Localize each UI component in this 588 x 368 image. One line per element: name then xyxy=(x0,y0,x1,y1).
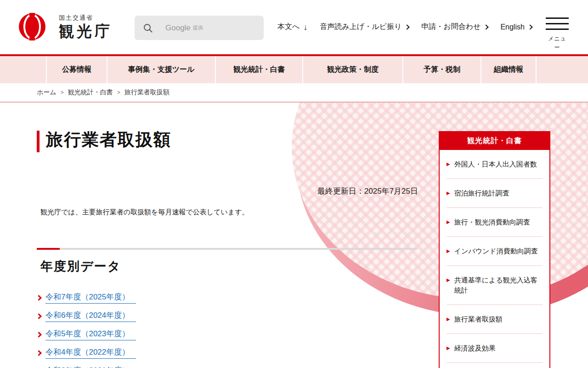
hamburger-menu-label: メニュー xyxy=(548,35,566,51)
ministry-name: 国土交通省 xyxy=(59,14,113,22)
chevron-right-icon xyxy=(36,332,42,338)
utility-nav: 本文へ ↓ 音声読み上げ・ルビ振り 申請・お問合わせ English xyxy=(277,22,532,32)
intro-text: 観光庁では、主要旅行業者の取扱額を毎月速報で公表しています。 xyxy=(40,208,249,217)
english-link[interactable]: English xyxy=(500,23,531,31)
agency-logo-icon xyxy=(18,13,46,40)
page-title: 旅行業者取扱額 xyxy=(46,128,171,151)
section-divider-accent xyxy=(37,248,60,250)
chevron-right-icon xyxy=(36,350,42,356)
sidebar-tourism-statistics: 観光統計・白書 ▶ 外国人・日本人出入国者数 ▶ 宿泊旅行統計調査 ▶ 旅行・観… xyxy=(439,131,550,368)
year-link-2022[interactable]: 令和4年度（2022年度） xyxy=(45,347,136,359)
list-item: 令和5年度（2023年度） xyxy=(37,329,136,340)
agency-name: 観光庁 xyxy=(59,23,113,40)
breadcrumb-current-page: 旅行業者取扱額 xyxy=(124,88,170,97)
breadcrumb-home[interactable]: ホーム xyxy=(37,88,57,97)
site-header: 国土交通省 観光庁 Google 提供 本文へ ↓ 音声読み上げ・ルビ振り 申請… xyxy=(0,0,588,54)
triangle-right-icon: ▶ xyxy=(447,314,450,324)
search-placeholder: Google xyxy=(165,23,191,33)
triangle-right-icon: ▶ xyxy=(447,275,450,295)
breadcrumb-separator: > xyxy=(117,89,120,96)
list-item: 令和6年度（2024年度） xyxy=(37,310,136,322)
nav-item-budget-tax[interactable]: 予算・税制 xyxy=(402,56,481,83)
hamburger-menu-button[interactable]: メニュー xyxy=(546,17,569,52)
nav-item-tourism-policy[interactable]: 観光政策・制度 xyxy=(302,56,402,83)
year-link-2021[interactable]: 令和3年度（2021年度） xyxy=(45,366,136,368)
sidebar-item-label: 旅行業者取扱額 xyxy=(454,314,503,324)
year-link-2024[interactable]: 令和6年度（2024年度） xyxy=(45,310,136,322)
chevron-right-icon xyxy=(527,24,532,29)
hamburger-icon xyxy=(546,17,569,19)
down-arrow-icon: ↓ xyxy=(303,23,307,31)
voice-reading-label: 音声読み上げ・ルビ振り xyxy=(320,22,401,32)
chevron-right-icon xyxy=(405,24,410,29)
sidebar-item-label: 外国人・日本人出入国者数 xyxy=(454,159,537,169)
list-item: 令和7年度（2025年度） xyxy=(37,292,136,303)
list-item: 令和3年度（2021年度） xyxy=(37,366,136,368)
sidebar-item-label: 経済波及効果 xyxy=(454,343,496,353)
triangle-right-icon: ▶ xyxy=(447,343,450,353)
application-contact-label: 申請・お問合わせ xyxy=(421,22,481,32)
sidebar-item-common-standard-statistics[interactable]: ▶ 共通基準による観光入込客統計 xyxy=(447,266,543,305)
triangle-right-icon: ▶ xyxy=(447,188,450,198)
nav-item-tourism-statistics[interactable]: 観光統計・白書 xyxy=(215,56,302,83)
application-contact-link[interactable]: 申請・お問合わせ xyxy=(421,22,488,32)
chevron-right-icon xyxy=(36,313,42,319)
sidebar-title[interactable]: 観光統計・白書 xyxy=(440,132,549,150)
chevron-right-icon xyxy=(36,295,42,301)
sidebar-item-travel-consumption-survey[interactable]: ▶ 旅行・観光消費動向調査 xyxy=(447,208,543,237)
section-divider xyxy=(60,248,417,250)
triangle-right-icon: ▶ xyxy=(447,159,450,169)
page-title-accent-bar xyxy=(37,131,40,152)
triangle-right-icon: ▶ xyxy=(447,217,450,227)
skip-to-content-link[interactable]: 本文へ ↓ xyxy=(277,22,307,32)
search-input[interactable]: Google 提供 xyxy=(135,16,264,40)
breadcrumb-tourism-statistics[interactable]: 観光統計・白書 xyxy=(68,88,113,97)
sidebar-item-label: 宿泊旅行統計調査 xyxy=(454,188,509,198)
year-link-list: 令和7年度（2025年度） 令和6年度（2024年度） 令和5年度（2023年度… xyxy=(37,292,136,368)
sidebar-item-entry-exit-counts[interactable]: ▶ 外国人・日本人出入国者数 xyxy=(447,150,543,179)
agency-logo[interactable]: 国土交通省 観光庁 xyxy=(18,13,113,40)
sidebar-item-accommodation-survey[interactable]: ▶ 宿泊旅行統計調査 xyxy=(447,179,543,208)
sidebar-item-label: 共通基準による観光入込客統計 xyxy=(454,275,543,295)
global-nav: 公募情報 事例集・支援ツール 観光統計・白書 観光政策・制度 予算・税制 組織情… xyxy=(0,56,588,83)
year-link-2023[interactable]: 令和5年度（2023年度） xyxy=(45,329,136,340)
hamburger-icon xyxy=(546,23,569,24)
voice-reading-link[interactable]: 音声読み上げ・ルビ振り xyxy=(320,22,409,32)
year-link-2025[interactable]: 令和7年度（2025年度） xyxy=(45,292,136,304)
last-updated-date: 最終更新日：2025年7月25日 xyxy=(230,186,418,196)
nav-item-organization[interactable]: 組織情報 xyxy=(481,56,537,83)
sidebar-item-economic-ripple-effect[interactable]: ▶ 経済波及効果 xyxy=(447,334,543,363)
page: { "header": { "ministry": "国土交通省", "agen… xyxy=(0,0,588,368)
english-label: English xyxy=(500,23,524,31)
hamburger-icon xyxy=(546,29,569,30)
search-placeholder-suffix: 提供 xyxy=(193,24,203,31)
list-item: 令和4年度（2022年度） xyxy=(37,347,136,358)
search-icon xyxy=(143,23,153,33)
chevron-right-icon xyxy=(484,24,489,29)
sidebar-item-inbound-consumption-survey[interactable]: ▶ インバウンド消費動向調査 xyxy=(447,237,543,266)
sidebar-item-travel-agency-handling[interactable]: ▶ 旅行業者取扱額 xyxy=(447,305,543,334)
skip-to-content-label: 本文へ xyxy=(277,22,300,32)
sidebar-item-label: 旅行・観光消費動向調査 xyxy=(454,217,530,227)
sidebar-item-tourism-satellite-account[interactable]: ▶ 旅行・観光サテライト勘定 xyxy=(447,363,543,368)
sidebar-item-label: インバウンド消費動向調査 xyxy=(454,246,538,256)
triangle-right-icon: ▶ xyxy=(447,246,450,256)
agency-logo-text: 国土交通省 観光庁 xyxy=(59,14,113,40)
nav-item-public-offering[interactable]: 公募情報 xyxy=(46,56,107,83)
section-title-yearly-data: 年度別データ xyxy=(40,258,121,275)
nav-item-case-studies[interactable]: 事例集・支援ツール xyxy=(107,56,215,83)
breadcrumb-separator: > xyxy=(61,89,64,96)
breadcrumb: ホーム > 観光統計・白書 > 旅行業者取扱額 xyxy=(0,83,588,103)
